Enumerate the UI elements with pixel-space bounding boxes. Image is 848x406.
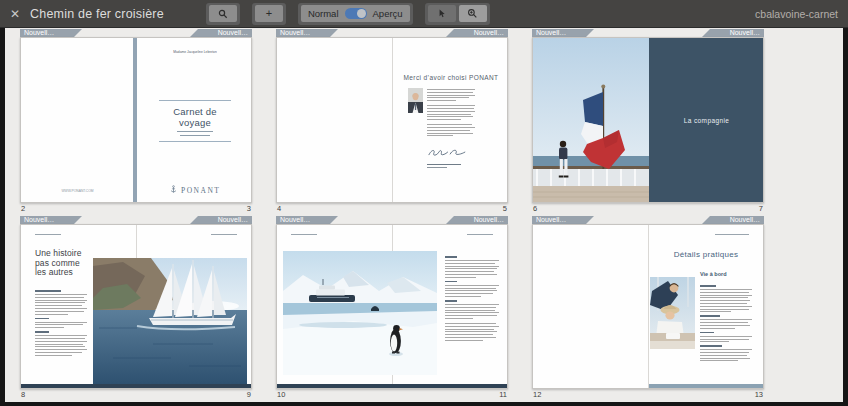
normal-mode-label[interactable]: Normal <box>308 8 339 19</box>
section-tab[interactable]: Nouvell… <box>532 216 594 224</box>
footer-url: WWW.PONANT.COM <box>46 189 108 192</box>
letter-paragraph <box>427 89 475 138</box>
section-tab[interactable]: Nouvell… <box>446 29 508 37</box>
view-mode-group: Normal Aperçu <box>298 3 413 25</box>
document-name-label: cbalavoine-carnet <box>755 8 838 20</box>
pointer-zoom-group <box>425 3 490 25</box>
cover-title: Carnet de voyage <box>159 106 231 128</box>
section-tab[interactable]: Nouvell… <box>702 29 764 37</box>
chapter-title: La compagnie <box>684 117 730 124</box>
add-button[interactable]: + <box>255 5 283 22</box>
page-number: 13 <box>755 390 763 399</box>
spread-10-11: Nouvell… Nouvell… <box>276 216 508 400</box>
spread-4-5: Nouvell… Nouvell… Merci d’avoir choisi P… <box>276 29 508 214</box>
spread-thumbnail[interactable]: La compagnie <box>532 37 764 203</box>
spread-2-3: Nouvell… Nouvell… WWW.PONANT.COM Madame … <box>20 29 252 214</box>
running-header-placeholder <box>211 234 237 235</box>
anchor-icon <box>170 185 177 194</box>
ponant-logo: PONANT <box>137 179 252 197</box>
sailing-yacht-photo <box>93 258 247 384</box>
page-number: 8 <box>21 390 25 399</box>
article-body-placeholder <box>35 287 87 358</box>
spread-thumbnail[interactable]: Détails pratiques Vie à bord <box>532 224 764 389</box>
page-number: 7 <box>759 204 763 213</box>
rule <box>159 141 231 142</box>
workspace-frame: Nouvell… Nouvell… WWW.PONANT.COM Madame … <box>0 28 848 406</box>
text-line-placeholder <box>180 135 210 136</box>
page-number: 2 <box>21 204 25 213</box>
practical-info-placeholder <box>700 282 752 363</box>
spine-band <box>133 38 137 202</box>
section-tab[interactable]: Nouvell… <box>276 29 338 37</box>
page-gutter <box>392 38 393 202</box>
footer-band <box>649 384 763 388</box>
article-heading: Une histoire pas comme les autres <box>35 249 82 278</box>
subsection-heading: Vie à bord <box>700 271 727 277</box>
spread-thumbnail[interactable]: Merci d’avoir choisi PONANT <box>276 37 508 203</box>
couple-onboard-photo <box>650 277 695 349</box>
recipient-line: Madame Jacqueline Lebreton <box>163 50 227 53</box>
page-number: 5 <box>503 204 507 213</box>
section-tab[interactable]: Nouvell… <box>702 216 764 224</box>
toggle-knob <box>357 9 366 18</box>
section-tab[interactable]: Nouvell… <box>20 29 82 37</box>
signature-caption <box>427 164 461 170</box>
welcome-heading: Merci d’avoir choisi PONANT <box>393 74 508 81</box>
section-heading: Détails pratiques <box>649 250 763 259</box>
zoom-in-icon <box>467 8 478 19</box>
page-number: 11 <box>499 390 507 399</box>
page-number: 9 <box>247 390 251 399</box>
section-tab[interactable]: Nouvell… <box>190 29 252 37</box>
footer-band <box>21 384 251 388</box>
president-portrait-photo <box>408 88 423 113</box>
page-number: 12 <box>533 390 541 399</box>
search-icon <box>218 9 228 19</box>
page-number: 4 <box>277 204 281 213</box>
signature <box>426 146 470 159</box>
view-mode-toggle[interactable] <box>345 8 367 19</box>
page-number: 10 <box>277 390 285 399</box>
footer-band <box>277 384 507 388</box>
search-button[interactable] <box>209 5 237 22</box>
spread-6-7: Nouvell… Nouvell… <box>532 29 764 214</box>
text-line-placeholder <box>177 131 213 132</box>
search-button-group <box>206 3 240 25</box>
section-tab[interactable]: Nouvell… <box>446 216 508 224</box>
add-button-group: + <box>252 3 286 25</box>
antarctic-ship-penguin-photo <box>283 251 437 375</box>
page-number: 6 <box>533 204 537 213</box>
spread-8-9: Nouvell… Nouvell… Une histoire pas comme… <box>20 216 252 400</box>
running-header-placeholder <box>35 234 61 235</box>
section-tab[interactable]: Nouvell… <box>532 29 594 37</box>
running-header-placeholder <box>467 234 493 235</box>
chapter-panel: La compagnie <box>649 38 764 202</box>
section-tab[interactable]: Nouvell… <box>20 216 82 224</box>
window-title: Chemin de fer croisière <box>30 7 164 21</box>
page-number: 3 <box>247 204 251 213</box>
zoom-tool-button[interactable] <box>459 5 487 22</box>
window-titlebar: ✕ Chemin de fer croisière + Normal Aperç… <box>0 0 848 28</box>
section-tab[interactable]: Nouvell… <box>190 216 252 224</box>
french-flag-deck-photo <box>533 38 649 202</box>
brand-name: PONANT <box>181 186 220 195</box>
section-tab[interactable]: Nouvell… <box>276 216 338 224</box>
spread-thumbnail[interactable]: Une histoire pas comme les autres <box>20 224 252 389</box>
spread-12-13: Nouvell… Nouvell… Détails pratiques Vie … <box>532 216 764 400</box>
apercu-mode-label[interactable]: Aperçu <box>373 8 403 19</box>
running-header-placeholder <box>715 234 749 235</box>
flatplan-canvas[interactable]: Nouvell… Nouvell… WWW.PONANT.COM Madame … <box>5 28 843 402</box>
running-header-placeholder <box>291 234 317 235</box>
close-icon[interactable]: ✕ <box>10 8 20 20</box>
cursor-icon <box>438 8 446 19</box>
pointer-tool-button[interactable] <box>428 5 456 22</box>
article-body-placeholder <box>445 253 499 342</box>
spread-thumbnail[interactable] <box>276 224 508 389</box>
rule <box>159 100 231 101</box>
cover-title-block: Carnet de voyage <box>159 100 231 142</box>
spread-thumbnail[interactable]: WWW.PONANT.COM Madame Jacqueline Lebreto… <box>20 37 252 203</box>
